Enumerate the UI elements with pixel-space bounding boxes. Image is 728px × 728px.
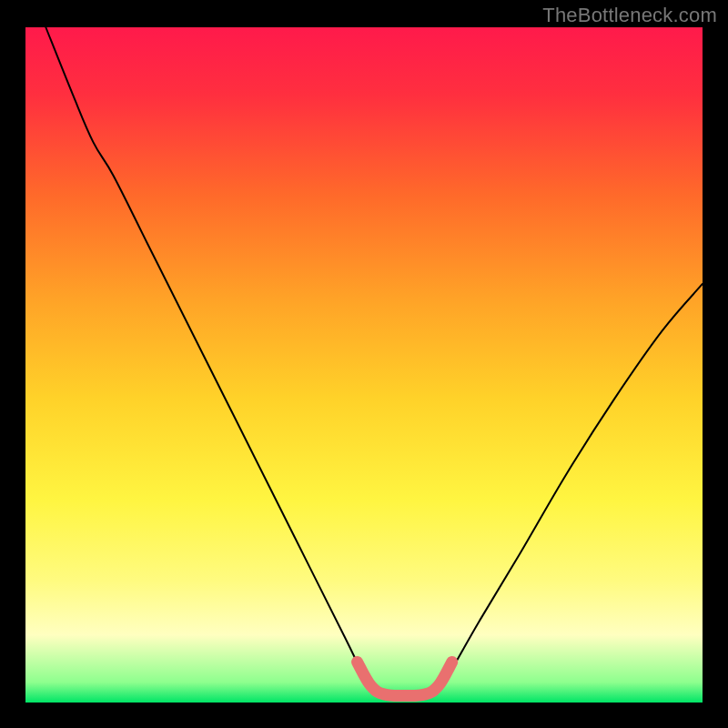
bottleneck-chart <box>0 0 728 728</box>
chart-frame: TheBottleneck.com <box>0 0 728 728</box>
watermark-text: TheBottleneck.com <box>542 4 717 27</box>
plot-background <box>25 27 703 703</box>
